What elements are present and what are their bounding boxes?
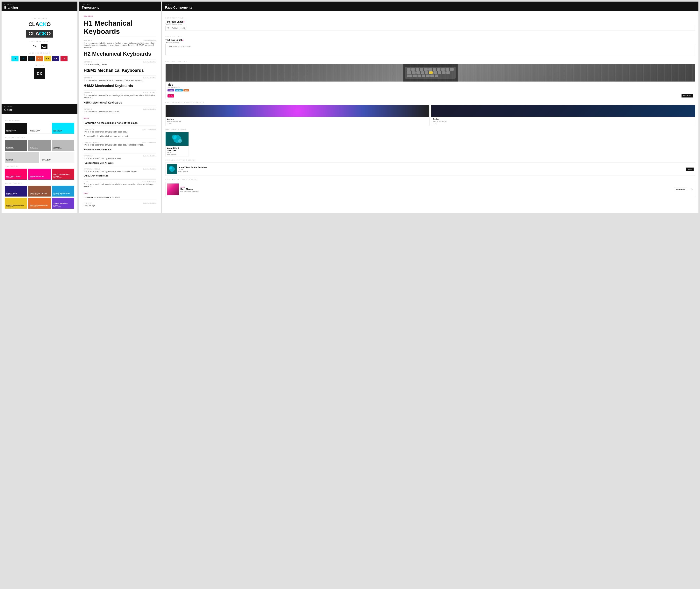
list-item-desc: Blue Housing	[178, 170, 685, 172]
list-item-body: Aqua Zilent Tactile Switches Tactilar Bl…	[178, 166, 685, 172]
hyperlink-mobile-desc: This is to be used for all Hyperlink ele…	[84, 170, 156, 173]
svg-rect-10	[441, 68, 445, 71]
swatch-gray5: Gray / White HEX F5F5F5	[40, 152, 74, 163]
color-title: Color	[4, 108, 75, 112]
paragraph-desc: This is to be used for all paragraph and…	[84, 131, 156, 133]
h1-sample: H1 Mechanical Keyboards	[84, 19, 156, 36]
header2-row: HEADER 2 Codec Pro Bold 48px This is a s…	[84, 59, 156, 67]
svg-rect-24	[413, 74, 417, 77]
text-field-input[interactable]	[165, 26, 695, 31]
build-full-feature-label: BUILD FULL FEATURE	[165, 60, 695, 62]
hyperlink-title: Hyperlink View All Builds	[84, 148, 156, 151]
misc-label: MISC	[84, 192, 156, 194]
swatch-cherry-brown: Accent / Cherry Brown HEX 945439	[28, 186, 51, 197]
feature-desc: Item description.	[168, 86, 693, 88]
view-build-button[interactable]: View Build	[682, 94, 693, 97]
header5-row: HEADER 5 Codec Pro Bold 18px This header…	[84, 107, 156, 114]
interface-color-grid: Gray / 01 HEX 676767 Gray / 03 HEX 99999…	[5, 140, 74, 151]
tag-spec: Codec Pro Bold 11px	[143, 202, 156, 204]
h5-sample: H5/M3 Mechanical Keyboards	[84, 101, 156, 104]
svg-rect-25	[418, 74, 421, 77]
interface-color-grid2: Gray / 05 HEX E4F4F4 Gray / White HEX F5…	[5, 152, 74, 163]
components-header: CLACKO Page Components	[162, 2, 698, 11]
tag-label: TAG TEXT	[84, 202, 92, 204]
header1-desc: This header is intended to be use in the…	[84, 42, 156, 48]
form-text-box-label: FORM TEXT BOX	[165, 35, 695, 37]
feature-tags: KBD75 Gateron GMK	[168, 89, 693, 91]
grid-item-title: Aqua Zilent Switches	[167, 147, 187, 152]
settings-icon[interactable]: ⚙	[690, 187, 694, 191]
logo-primary-light: CLACKO	[5, 21, 74, 27]
swatch-hex-black: HEX 1111	[6, 131, 25, 133]
swatch-name-gray5: Gray / White	[42, 158, 73, 160]
thumb-heart-2: ♡ 834	[433, 123, 694, 125]
header1-meta: HEADER 1 Codec Pro Bold 60px	[84, 40, 156, 41]
text-box-textarea[interactable]	[165, 44, 695, 55]
svg-rect-29	[435, 74, 438, 77]
hyperlink-mobile-title: Hyperlink Mobile View All Builds	[84, 162, 156, 164]
color-header: CLACKO Color	[2, 104, 77, 114]
header2-desc: This is a secondary header.	[84, 63, 156, 65]
swatch-name-gateron-blue: Accent / Gateron Blue	[53, 192, 73, 194]
tag-row: TAG TEXT Codec Pro Bold 11px Used for ta…	[84, 201, 156, 208]
logo-color-teal: CX	[11, 56, 18, 61]
logo-color-black-teal: CX	[20, 56, 27, 61]
header3-desc: This header is to be used for section he…	[84, 79, 156, 81]
logo-short-mono-label: LOGO SHORT MONO	[5, 41, 74, 42]
header3-meta: HEADER 3 Codec Pro Bold 36px	[84, 77, 156, 78]
thumb-title-1: Aether	[167, 118, 428, 120]
swatch-hex-white: HEX F8F8F3	[30, 131, 49, 132]
swatch-hex-link-cherry: HEX D7183B	[53, 177, 73, 178]
swatch-name-gray3: Gray / 04	[53, 146, 73, 148]
svg-rect-17	[425, 71, 428, 74]
typography-title: Typography	[82, 6, 158, 9]
swatch-name-link-hover: Link / B008 / Hover	[30, 175, 49, 177]
link-colors-label: LINK COLORS	[5, 165, 74, 167]
thumb-card-body-2: Aether Build by bomber_av ♡ 834	[431, 117, 695, 126]
swatch-hex-hyperfuse-purple: HEX 7139D0	[53, 206, 73, 207]
swatch-hex-teal: HEX 00E5FF	[53, 131, 73, 133]
header5-desc: This header is to be used as a mobile H3…	[84, 111, 156, 113]
hyperlink-desc: This is to be used for all Hyperlink ele…	[84, 157, 156, 160]
color-content: BRAND COLORS Brand / Black HEX 1111 Bran…	[2, 114, 77, 213]
hyperlink-mobile-row: HYPERLINK MOBILE Codec Pro Bold 16px Thi…	[84, 167, 156, 174]
swatch-brand-teal: Brand / Teal HEX 00E5FF	[52, 123, 74, 134]
logo-primary-label: LOGO PRIMARY	[5, 17, 74, 19]
full-list-desc: Part description goes here	[180, 191, 672, 192]
branding-title: Branding	[4, 6, 75, 9]
heart-number: 01	[171, 95, 173, 97]
list-view-button[interactable]: View	[686, 168, 694, 171]
logo-color-orange: CX	[36, 56, 43, 61]
header4-meta: HEADER 4 Codec Pro Bold 28px	[84, 92, 156, 93]
svg-rect-11	[446, 68, 449, 71]
logo-color-dark-teal2: CX	[28, 56, 35, 61]
hyperlink-label: HYPERLINK	[84, 155, 93, 157]
svg-rect-26	[422, 74, 425, 77]
swatch-gray4: Gray / 05 HEX E4F4F4	[5, 152, 39, 163]
list-item-row: Aqua Zilent Tactile Switches Tactilar Bl…	[165, 163, 695, 176]
swatch-brand-white: Brand / White HEX F8F8F3	[28, 123, 51, 134]
grid-item-card: Aqua Zilent Switches Tactilar Blue Housi…	[165, 132, 189, 157]
hyperlink-mobile-spec: Codec Pro Bold 16px	[143, 168, 156, 170]
svg-rect-5	[420, 68, 423, 71]
brand-colors-label: BRAND COLORS	[5, 120, 74, 121]
header3-label: HEADER 3	[84, 77, 92, 78]
logo-dark-text: CLACKO	[28, 30, 51, 37]
logo-color-red: CX	[60, 56, 67, 61]
header5-label: HEADER 5	[84, 109, 92, 110]
svg-rect-8	[433, 68, 436, 71]
label-desc: This is to be used for all standalone la…	[84, 183, 156, 188]
swatch-gray2: Gray / 03 HEX 999999	[28, 140, 51, 151]
h4-sample: H4/M2 Mechanical Keyboards	[84, 84, 156, 88]
thumb-card-1: Aether Build by bomber_av ♡ 834	[165, 105, 430, 126]
header1-row: HEADER 1 Codec Pro Bold 60px This header…	[84, 38, 156, 50]
branding-header: CLACKO Branding	[2, 2, 77, 11]
view-details-button[interactable]: View Details	[674, 188, 687, 191]
header2-spec: Codec Pro Bold 48px	[143, 61, 156, 63]
tag-title: Tag Text All the click and none of the c…	[84, 196, 156, 198]
svg-rect-2	[407, 68, 411, 71]
form-text-field-label: FORM TEXT FIELD	[165, 17, 695, 19]
svg-rect-15	[416, 71, 420, 74]
svg-rect-16	[421, 71, 424, 74]
swatch-name-cherry-brown: Accent / Cherry Brown	[30, 192, 49, 194]
